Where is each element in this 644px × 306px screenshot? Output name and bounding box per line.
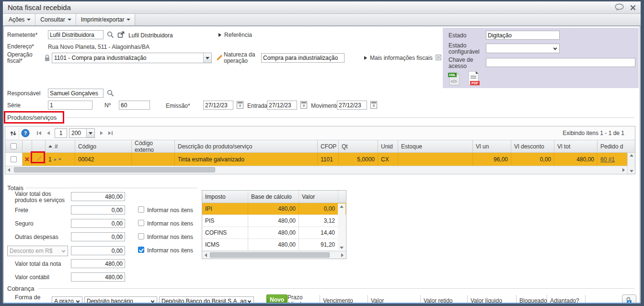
svg-text:</>: </> (450, 79, 457, 84)
menu-imprimir-exportar[interactable]: Imprimir/exportar (76, 14, 136, 25)
comment-icon[interactable] (614, 3, 624, 11)
imposto-row-ipi[interactable]: IPI 480,00 0,00 (202, 203, 346, 215)
impostos-header-row: Imposto Base de cálculo Valor (202, 191, 346, 203)
cell-qt: 5,0000 (339, 153, 378, 166)
external-link-icon[interactable] (117, 31, 125, 40)
frete-informar-label: Informar nos itens (147, 207, 193, 214)
desconto-input[interactable] (71, 246, 125, 255)
pdf-file-icon[interactable]: PDF (467, 71, 480, 86)
search-icon[interactable] (107, 90, 114, 99)
menu-acoes[interactable]: Ações (4, 14, 35, 25)
cell-codigo: 00042 (75, 153, 132, 166)
menu-bar: Ações Consultar Imprimir/exportar (3, 14, 641, 26)
remetente-label: Remetente* (7, 32, 37, 38)
mais-informacoes-fiscais-toggle[interactable]: Mais informações fiscais (364, 54, 441, 62)
header-descricao[interactable]: Descrição do produto/serviço (175, 140, 318, 152)
imposto-row-icms[interactable]: ICMS 480,00 91,20 (202, 239, 346, 251)
row-checkbox[interactable] (11, 156, 17, 162)
search-icon[interactable] (107, 31, 114, 40)
annotation-box-edit-pencil (31, 151, 45, 163)
page-number-input[interactable] (55, 128, 67, 138)
move-up-icon[interactable] (54, 159, 57, 160)
valor-total-produtos-input[interactable] (71, 192, 125, 201)
outras-informar-checkbox[interactable] (138, 233, 144, 239)
close-icon[interactable] (630, 5, 636, 11)
product-row[interactable]: 1 00042 Tinta esmalte galvanizado 1101 5… (5, 153, 627, 166)
seguro-informar-checkbox[interactable] (138, 220, 144, 226)
header-pedido[interactable]: Pedido d (598, 140, 627, 152)
operacao-fiscal-select[interactable]: 1101 - Compra para industrialização (52, 53, 212, 63)
valor-total-produtos-label: Valor total dosprodutos e serviços (15, 191, 65, 204)
chevron-down-icon (553, 46, 557, 51)
pagination-last-button[interactable] (106, 129, 115, 138)
chave-de-acesso-label: Chave deacesso (448, 57, 473, 69)
outras-despesas-input[interactable] (71, 232, 125, 241)
edit-pencil-icon[interactable] (216, 54, 223, 63)
menu-consultar[interactable]: Consultar (35, 14, 76, 25)
select-all-checkbox[interactable] (11, 143, 17, 149)
header-edit-col (32, 140, 46, 152)
remetente-input[interactable] (48, 30, 104, 39)
valor-total-nota-input[interactable] (71, 259, 125, 268)
chave-de-acesso-input[interactable] (486, 58, 635, 67)
header-qt[interactable]: Qt (339, 140, 378, 152)
emissao-input[interactable] (203, 101, 233, 110)
valor-contabil-input[interactable] (71, 272, 125, 282)
chevron-down-icon (68, 19, 71, 21)
header-codigo[interactable]: Código (75, 140, 132, 152)
movimento-input[interactable] (337, 101, 367, 110)
move-down-icon[interactable] (58, 159, 61, 160)
title-bar: Nota fiscal recebida (3, 1, 641, 14)
impostos-table: Imposto Base de cálculo Valor IPI 480,00… (202, 190, 346, 259)
help-icon[interactable]: ? (19, 128, 32, 139)
impostos-vertical-scrollbar[interactable] (338, 204, 345, 251)
calendar-icon[interactable]: 8 (237, 101, 243, 109)
frete-informar-checkbox[interactable] (138, 206, 144, 213)
cell-cfop: 1101 (318, 153, 339, 166)
header-estoque[interactable]: Estoque (398, 140, 473, 152)
grid-horizontal-scrollbar[interactable] (5, 166, 627, 173)
refresh-icon[interactable] (7, 128, 19, 139)
seguro-input[interactable] (71, 219, 125, 228)
calendar-icon[interactable]: 8 (300, 101, 307, 109)
header-vl-desconto[interactable]: Vl desconto (511, 140, 554, 152)
entrada-label: Entrada (247, 103, 267, 109)
seguro-label: Seguro (15, 221, 34, 227)
desconto-informar-checkbox[interactable] (138, 247, 144, 253)
desconto-select[interactable]: Desconto em R$ (7, 246, 68, 256)
imposto-row-pis[interactable]: PIS 480,00 3,12 (202, 215, 346, 227)
header-vl-tot[interactable]: Vl tot (554, 140, 598, 152)
header-cfop[interactable]: CFOP (318, 140, 339, 152)
content-area: Remetente* Lufil Distribuidora Referênci… (3, 26, 640, 304)
estado-configuravel-select[interactable] (486, 44, 560, 53)
frete-input[interactable] (71, 205, 125, 215)
grid-header-row: # Código Código externo Descrição do pro… (5, 140, 635, 153)
pedido-link[interactable]: 60 #1 (600, 156, 615, 163)
pagination-next-button[interactable] (97, 129, 106, 138)
referencia-toggle[interactable]: Referência (218, 32, 252, 38)
xml-file-icon[interactable]: XML </> (448, 71, 461, 86)
header-codigo-externo[interactable]: Código externo (132, 140, 175, 152)
page-size-select[interactable]: 200 (69, 128, 95, 138)
header-unid[interactable]: Unid (378, 140, 398, 152)
serie-input[interactable] (48, 101, 92, 110)
window-bottom-edge (3, 303, 641, 304)
grid-vertical-scrollbar[interactable] (627, 153, 635, 174)
valor-contabil-label: Valor contábil (15, 274, 49, 281)
notes-icon[interactable] (436, 54, 441, 62)
header-num[interactable]: # (46, 140, 75, 152)
imposto-row-cofins[interactable]: COFINS 480,00 14,40 (202, 227, 346, 239)
page-title: Nota fiscal recebida (8, 3, 71, 11)
numero-label: Nº (104, 102, 111, 109)
delete-x-icon[interactable] (25, 156, 29, 163)
natureza-operacao-input[interactable] (261, 53, 345, 63)
impostos-horizontal-scrollbar[interactable] (202, 251, 346, 259)
responsavel-input[interactable] (48, 89, 104, 98)
numero-input[interactable] (119, 101, 150, 110)
seguro-informar-label: Informar nos itens (147, 221, 193, 227)
calendar-icon[interactable]: 8 (370, 101, 377, 109)
pagination-first-button[interactable] (34, 129, 44, 138)
header-vl-un[interactable]: Vl un (473, 140, 511, 152)
entrada-input[interactable] (267, 101, 297, 110)
pagination-prev-button[interactable] (44, 129, 53, 138)
